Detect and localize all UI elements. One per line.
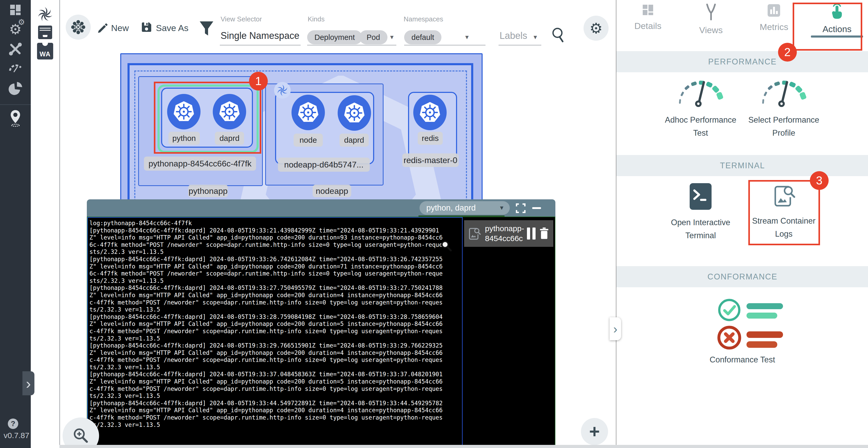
location-pin-icon[interactable] (0, 109, 31, 127)
horizontal-scrollbar[interactable] (59, 445, 868, 448)
container-label: redis (418, 132, 443, 145)
container-label: node (293, 133, 323, 147)
dapr-spinner-logo-icon[interactable] (31, 6, 59, 23)
namespace-chip-default[interactable]: default (404, 30, 441, 44)
view-selector-underline (220, 45, 301, 46)
log-text: log:pythonapp-8454cc66c-4f7fk[pythonapp-… (88, 218, 462, 428)
save-as-button[interactable]: Save As (156, 23, 188, 33)
terminal-container-select[interactable]: python, daprd ▼ (420, 201, 510, 215)
annotation-badge-2: 2 (778, 43, 797, 62)
fullscreen-icon[interactable] (516, 203, 526, 213)
kind-chip-pod[interactable]: Pod (359, 30, 388, 44)
sidebar-expand-chevron[interactable]: › (23, 371, 34, 395)
search-icon[interactable] (551, 27, 566, 44)
stream-controls (527, 227, 550, 240)
chevron-down-icon: ▼ (499, 205, 504, 211)
minimize-icon[interactable] (532, 207, 541, 209)
labels-dropdown-caret[interactable]: ▼ (532, 34, 538, 41)
labels-underline (499, 45, 541, 46)
section-header-performance: PERFORMANCE (616, 51, 868, 72)
terminal-window: python, daprd ▼ log:pythonapp-8454cc66c-… (87, 199, 555, 448)
settings-gear-button[interactable]: ⚙ (584, 16, 609, 41)
help-icon[interactable]: ? (8, 419, 18, 429)
pod-name-label: nodeapp-d64b5747... (278, 158, 370, 172)
metrics-bars-icon (767, 4, 781, 18)
container-label: daprd (339, 133, 369, 147)
details-grid-icon (642, 4, 654, 17)
terminal-container-select-value: python, daprd (426, 203, 476, 213)
gauge-icon (659, 75, 742, 108)
namespaces-underline (404, 45, 486, 46)
pod-name-label: redis-master-0 (402, 153, 459, 167)
version-label: v0.7.87 (4, 431, 29, 440)
plus-icon: + (589, 421, 600, 442)
annotation-badge-1: 1 (249, 72, 268, 91)
terminal-header[interactable]: python, daprd ▼ (87, 199, 555, 216)
new-button[interactable]: New (111, 23, 129, 33)
section-header-terminal: TERMINAL (616, 155, 868, 176)
speedometer-icon[interactable] (0, 61, 31, 74)
stream-pod-name: pythonapp- 8454cc66c (485, 223, 524, 243)
pod-name-label: pythonapp-8454cc66c-4f7fk (144, 156, 256, 171)
annotation-rect-2 (793, 3, 862, 51)
app-rail: WA › (31, 0, 60, 448)
gauge-icon (742, 75, 826, 108)
archive-inbox-icon[interactable] (31, 25, 59, 40)
log-search-cursor-icon (440, 240, 453, 252)
check-circle-icon (717, 297, 742, 323)
app-root: ⚙⚙ › (0, 0, 868, 448)
save-icon (141, 21, 152, 34)
log-streams-pane: pythonapp- 8454cc66c (463, 217, 555, 447)
annotation-rect-3 (748, 180, 820, 245)
labels-filter-input[interactable]: Labels (500, 30, 527, 41)
container-redis-icon[interactable] (413, 95, 447, 130)
views-branch-icon (704, 4, 718, 21)
annotation-badge-3: 3 (810, 171, 829, 190)
namespaces-dropdown-caret[interactable]: ▼ (464, 34, 470, 41)
action-select-performance-profile[interactable]: Select Performance Profile (742, 75, 826, 140)
deployment-name-label: nodeapp (313, 185, 351, 197)
pause-icon[interactable] (527, 228, 535, 240)
kinds-label: Kinds (308, 15, 324, 23)
tab-views[interactable]: Views (680, 0, 743, 42)
pie-mesh-icon[interactable] (0, 80, 31, 97)
filter-funnel-icon[interactable] (199, 20, 214, 40)
action-conformance-test[interactable]: Conformance Test (701, 297, 784, 366)
stream-logs-icon (467, 226, 481, 241)
deployment-name-label: pythonapp (188, 185, 228, 197)
add-button[interactable]: + (581, 418, 608, 445)
container-node-icon[interactable] (291, 95, 325, 130)
annotation-rect-1 (154, 82, 261, 154)
terminal-prompt-icon (659, 183, 742, 210)
view-selector-dropdown[interactable]: Single Namespace▼ (221, 30, 312, 41)
pencil-icon (97, 22, 108, 34)
layout-snowflake-button[interactable] (66, 14, 91, 40)
kinds-dropdown-caret[interactable]: ▼ (389, 34, 395, 41)
right-panel: Details Views Metrics (616, 0, 868, 448)
dapr-sidecar-badge-icon (274, 82, 291, 99)
action-open-interactive-terminal[interactable]: Open Interactive Terminal (659, 183, 742, 242)
namespaces-label: Namespaces (404, 15, 443, 23)
kind-chip-deployment[interactable]: Deployment (307, 30, 362, 44)
gear-icon: ⚙ (590, 20, 602, 37)
left-sidebar: ⚙⚙ › (0, 0, 31, 448)
conformance-icon (701, 297, 784, 350)
terminal-body: log:pythonapp-8454cc66c-4f7fk[pythonapp-… (87, 216, 555, 448)
x-circle-icon (716, 325, 742, 351)
trash-icon[interactable] (538, 227, 550, 240)
view-selector-label: View Selector (221, 15, 262, 23)
container-daprd-icon[interactable] (338, 95, 371, 131)
section-header-conformance: CONFORMANCE (616, 266, 868, 287)
dashboard-icon[interactable] (0, 3, 31, 17)
kinds-underline (307, 45, 396, 46)
log-stream-item[interactable]: pythonapp- 8454cc66c (464, 220, 553, 247)
action-adhoc-performance-test[interactable]: Adhoc Performance Test (659, 75, 742, 140)
tab-details[interactable]: Details (616, 0, 680, 42)
tools-icon[interactable] (0, 41, 31, 57)
gears-icon[interactable]: ⚙⚙ (0, 21, 31, 37)
log-pane[interactable]: log:pythonapp-8454cc66c-4f7fk[pythonapp-… (87, 217, 463, 448)
panel-collapse-chevron[interactable]: › (610, 317, 621, 340)
sidebar-divider (0, 104, 31, 105)
webassembly-icon[interactable]: WA (31, 43, 59, 59)
